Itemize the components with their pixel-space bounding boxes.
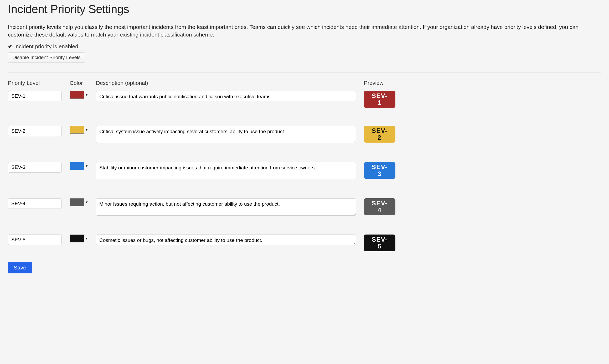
header-description: Description (optional)	[96, 80, 364, 86]
chevron-down-icon[interactable]: ▼	[85, 237, 88, 240]
preview-badge: SEV-3	[364, 162, 395, 179]
color-swatch[interactable]	[70, 235, 84, 242]
color-swatch[interactable]	[70, 126, 84, 134]
check-icon: ✔	[8, 43, 13, 50]
save-button[interactable]: Save	[8, 262, 32, 273]
divider	[8, 72, 601, 72]
table-row: ▼SEV-4	[8, 198, 601, 217]
disable-priority-button[interactable]: Disable Incident Priority Levels	[8, 52, 85, 63]
table-row: ▼SEV-1	[8, 91, 601, 108]
priority-name-input[interactable]	[8, 198, 62, 209]
status-line: ✔ Incident priority is enabled.	[8, 43, 601, 50]
priority-description-textarea[interactable]	[96, 91, 356, 101]
table-row: ▼SEV-3	[8, 162, 601, 180]
color-swatch[interactable]	[70, 198, 84, 206]
priority-description-textarea[interactable]	[96, 162, 356, 179]
chevron-down-icon[interactable]: ▼	[85, 93, 88, 97]
priority-name-input[interactable]	[8, 162, 62, 173]
priority-table: Priority Level Color Description (option…	[8, 80, 601, 252]
table-header-row: Priority Level Color Description (option…	[8, 80, 601, 86]
chevron-down-icon[interactable]: ▼	[85, 128, 88, 132]
chevron-down-icon[interactable]: ▼	[85, 200, 88, 204]
priority-name-input[interactable]	[8, 126, 62, 136]
preview-badge: SEV-5	[364, 235, 395, 252]
color-swatch[interactable]	[70, 162, 84, 170]
header-priority-level: Priority Level	[8, 80, 70, 86]
page-title: Incident Priority Settings	[8, 3, 601, 16]
priority-description-textarea[interactable]	[96, 235, 356, 245]
priority-name-input[interactable]	[8, 235, 62, 245]
preview-badge: SEV-1	[364, 91, 395, 108]
chevron-down-icon[interactable]: ▼	[85, 164, 88, 168]
preview-badge: SEV-2	[364, 126, 395, 143]
enabled-status-text: Incident priority is enabled.	[14, 43, 80, 50]
priority-name-input[interactable]	[8, 91, 62, 101]
header-preview: Preview	[364, 80, 411, 86]
page-intro: Incident priority levels help you classi…	[8, 23, 601, 39]
priority-description-textarea[interactable]	[96, 198, 356, 216]
preview-badge: SEV-4	[364, 198, 395, 215]
table-row: ▼SEV-5	[8, 235, 601, 252]
priority-description-textarea[interactable]	[96, 126, 356, 143]
color-swatch[interactable]	[70, 91, 84, 99]
header-color: Color	[70, 80, 96, 86]
table-row: ▼SEV-2	[8, 126, 601, 144]
